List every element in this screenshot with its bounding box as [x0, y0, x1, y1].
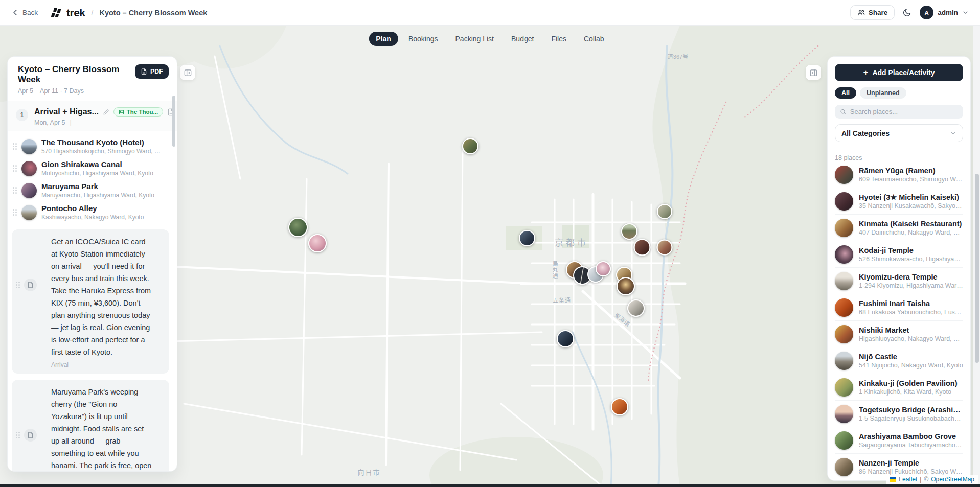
breadcrumb-separator: /: [92, 9, 94, 17]
user-menu[interactable]: A admin: [920, 6, 969, 19]
place-name: Kinkaku-ji (Golden Pavilion): [859, 379, 958, 387]
places-panel: + Add Place/Activity AllUnplanned All Ca…: [827, 56, 971, 481]
itinerary-place-row[interactable]: Maruyama Park Maruyamacho, Higashiyama W…: [8, 179, 177, 201]
tab[interactable]: Files: [544, 32, 574, 46]
panel-collapse-right-icon: [809, 68, 818, 77]
itinerary-place-row[interactable]: Gion Shirakawa Canal Motoyoshichō, Higas…: [8, 157, 177, 179]
edit-icon[interactable]: [103, 109, 109, 115]
map-photo-marker[interactable]: [657, 204, 672, 219]
places-count: 18 places: [835, 154, 963, 161]
itinerary-place-row[interactable]: Pontocho Alley Kashiwayacho, Nakagyo War…: [8, 201, 177, 223]
drag-handle[interactable]: [13, 187, 17, 194]
place-address: 1-5 Sagatenryuji Susukinobabachō, Uky...: [859, 415, 963, 422]
add-place-button[interactable]: + Add Place/Activity: [835, 64, 963, 81]
library-place-row[interactable]: Kinmata (Kaiseki Restaurant) 407 Dainich…: [835, 215, 963, 241]
place-name: Kōdai-ji Temple: [859, 246, 963, 254]
place-address: 541 Nijōjōchō, Nakagyo Ward, Kyoto: [859, 362, 963, 369]
category-selected-value: All Categories: [841, 129, 890, 137]
theme-toggle-button[interactable]: [903, 8, 911, 17]
map-photo-marker[interactable]: [657, 240, 673, 256]
filter-pill[interactable]: Unplanned: [860, 87, 906, 99]
drag-handle[interactable]: [13, 165, 17, 172]
place-address: Maruyamacho, Higashiyama Ward, Kyoto: [41, 192, 154, 199]
hotel-badge[interactable]: The Thou...: [113, 107, 163, 117]
place-thumbnail: [21, 161, 37, 176]
place-address: 609 Teianmaenocho, Shimogyo Ward, Ky...: [859, 176, 963, 183]
place-address: Kashiwayacho, Nakagyo Ward, Kyoto: [41, 214, 144, 221]
map-photo-marker[interactable]: [596, 261, 611, 276]
category-select[interactable]: All Categories: [835, 124, 963, 142]
place-address: 526 Shimokawara-chō, Higashiyama War...: [859, 256, 963, 263]
window-bottom-edge: [0, 484, 980, 487]
map-place-label: 五条通: [553, 296, 571, 304]
drag-handle[interactable]: [13, 143, 17, 150]
collapse-right-panel-button[interactable]: [806, 65, 821, 80]
library-place-row[interactable]: Fushimi Inari Taisha 68 Fukakusa Yabunou…: [835, 294, 963, 321]
share-button[interactable]: Share: [850, 5, 895, 20]
map-photo-marker[interactable]: [462, 138, 478, 154]
tab[interactable]: Packing List: [448, 32, 501, 46]
map-photo-marker[interactable]: [617, 277, 635, 295]
day-row[interactable]: 1 Arrival + Higas... The Thou... Mon, Ap…: [8, 101, 177, 131]
day-date: Mon, Apr 5: [34, 119, 65, 126]
drag-handle[interactable]: [13, 209, 17, 216]
itinerary-scrollbar-thumb[interactable]: [172, 96, 175, 147]
note-card[interactable]: Get an ICOCA/Suica IC card at Kyoto Stat…: [12, 229, 169, 374]
place-name: Pontocho Alley: [41, 204, 144, 213]
note-card[interactable]: Maruyama Park's weeping cherry (the "Gio…: [12, 380, 169, 472]
tab[interactable]: Bookings: [401, 32, 445, 46]
leaflet-link[interactable]: Leaflet: [899, 476, 917, 483]
place-thumbnail: [835, 325, 853, 343]
map-photo-marker[interactable]: [634, 239, 651, 256]
place-name: Arashiyama Bamboo Grove: [859, 432, 963, 440]
place-thumbnail: [835, 245, 853, 264]
place-name: Rāmen Yūga (Ramen): [859, 167, 963, 175]
collapse-left-panel-button[interactable]: [180, 65, 195, 80]
search-box: [835, 105, 963, 119]
drag-handle[interactable]: [16, 432, 20, 438]
search-input[interactable]: [850, 108, 958, 115]
back-button[interactable]: Back: [11, 9, 38, 16]
map-place-label: 向日市: [357, 467, 380, 477]
moon-icon: [903, 8, 911, 17]
pdf-export-button[interactable]: PDF: [135, 64, 169, 79]
trek-logo[interactable]: trek: [51, 7, 85, 19]
map-photo-marker[interactable]: [308, 234, 327, 252]
library-place-row[interactable]: Arashiyama Bamboo Grove Sagaogurayama Ta…: [835, 427, 963, 454]
place-name: The Thousand Kyoto (Hotel): [41, 138, 164, 147]
page-scrollbar-thumb[interactable]: [975, 174, 979, 363]
map-photo-marker[interactable]: [519, 230, 535, 246]
map-photo-marker[interactable]: [288, 218, 308, 237]
page-scrollbar-track[interactable]: [973, 26, 980, 487]
map-photo-marker[interactable]: [621, 223, 637, 240]
place-name: Nishiki Market: [859, 326, 963, 334]
place-address: 407 Dainichichō, Nakagyo Ward, Kyoto: [859, 229, 963, 236]
place-thumbnail: [835, 166, 853, 184]
bed-icon: [119, 109, 124, 115]
leaflet-attribution: Leaflet | © OpenStreetMap: [886, 475, 978, 484]
map-place-label: 道367号: [668, 52, 688, 60]
tab[interactable]: Plan: [369, 32, 398, 46]
drag-handle[interactable]: [16, 282, 20, 288]
tab[interactable]: Budget: [504, 32, 541, 46]
library-place-row[interactable]: Togetsukyo Bridge (Arashiyama) 1-5 Sagat…: [835, 401, 963, 427]
osm-link[interactable]: OpenStreetMap: [931, 476, 974, 483]
library-place-row[interactable]: Hyotei (3★ Michelin Kaiseki) 35 Nanzenji…: [835, 188, 963, 215]
place-thumbnail: [21, 183, 37, 198]
library-place-row[interactable]: Nijō Castle 541 Nijōjōchō, Nakagyo Ward,…: [835, 347, 963, 374]
library-place-row[interactable]: Nishiki Market Higashiuoyacho, Nakagyo W…: [835, 321, 963, 347]
map-photo-marker[interactable]: [557, 330, 574, 347]
map-photo-marker[interactable]: [611, 398, 628, 415]
library-place-row[interactable]: Kiyomizu-dera Temple 1-294 Kiyomizu, Hig…: [835, 268, 963, 294]
tab[interactable]: Collab: [577, 32, 611, 46]
itinerary-place-row[interactable]: The Thousand Kyoto (Hotel) 570 Higashish…: [8, 135, 177, 157]
filter-pill[interactable]: All: [835, 87, 856, 99]
library-place-row[interactable]: Rāmen Yūga (Ramen) 609 Teianmaenocho, Sh…: [835, 161, 963, 188]
library-place-row[interactable]: Kōdai-ji Temple 526 Shimokawara-chō, Hig…: [835, 241, 963, 268]
day-title: Arrival + Higas...: [34, 107, 99, 117]
library-place-row[interactable]: Kinkaku-ji (Golden Pavilion) 1 Kinkakuji…: [835, 374, 963, 401]
place-address: Motoyoshichō, Higashiyama Ward, Kyoto: [41, 170, 153, 177]
place-address: Sagaogurayama Tabuchiyamacho, Ukyo ...: [859, 442, 963, 449]
map-photo-marker[interactable]: [627, 299, 645, 317]
trek-logo-icon: [51, 7, 62, 18]
